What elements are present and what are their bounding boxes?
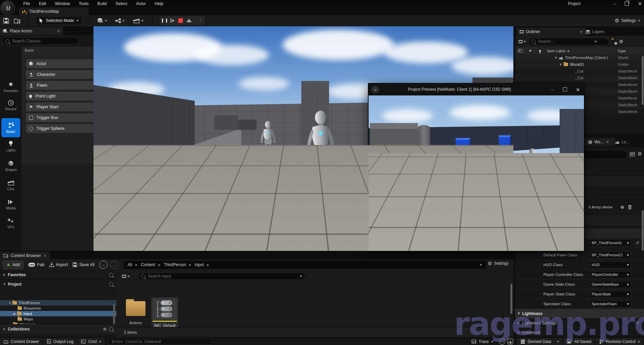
type-column[interactable]: Type [615, 47, 644, 54]
pin-column-icon[interactable] [539, 50, 541, 52]
fab-button[interactable]: FAB Fab [28, 262, 45, 267]
trash-icon[interactable] [628, 205, 632, 209]
tab-levels[interactable]: Le... [612, 138, 644, 146]
close-icon[interactable] [43, 253, 47, 258]
world-settings-scrollbar[interactable] [642, 210, 644, 251]
placeable-actor[interactable]: Actor [26, 59, 95, 68]
visibility-column-icon[interactable] [518, 49, 523, 53]
expand-icon[interactable] [9, 301, 11, 305]
reset-icon[interactable] [635, 320, 639, 326]
category-favorites[interactable]: Favorites [0, 80, 22, 93]
cmd-button[interactable]: Cmd [77, 338, 105, 345]
close-icon[interactable] [57, 29, 60, 33]
blueprints-button[interactable] [115, 18, 125, 23]
project-preview-window[interactable]: u Project Preview [NetMode: Client 1] (6… [368, 83, 585, 252]
placeable-player-start[interactable]: Player Start [26, 103, 95, 111]
tree-maps[interactable]: Maps [0, 316, 116, 322]
player-controller-dropdown[interactable]: PlayerController [589, 271, 631, 278]
editor-settings-button[interactable]: Settings [615, 16, 640, 25]
outliner-scrollbar[interactable] [642, 56, 644, 105]
frame-skip-icon[interactable] [170, 19, 175, 23]
category-recent[interactable]: Recent [0, 100, 22, 111]
breadcrumb-content[interactable]: Content [141, 262, 155, 267]
restore-icon[interactable] [625, 2, 629, 6]
search-classes-input[interactable] [11, 38, 67, 44]
placeable-trigger-sphere[interactable]: Trigger Sphere [26, 124, 95, 133]
add-collection-icon[interactable] [103, 326, 107, 332]
trace-button[interactable]: Trace [468, 338, 497, 345]
tab-outliner[interactable]: Outliner [516, 28, 586, 36]
world-settings-gear-icon[interactable] [638, 151, 642, 156]
menu-actor[interactable]: Actor [132, 0, 150, 7]
breadcrumb-input[interactable]: Input [195, 262, 204, 267]
cb-settings-button[interactable]: Settings [488, 261, 509, 266]
menu-edit[interactable]: Edit [34, 0, 51, 7]
selection-mode-dropdown[interactable]: Selection Mode [36, 16, 82, 25]
tree-blueprints[interactable]: Blueprints [0, 306, 116, 311]
player-state-dropdown[interactable]: PlayerState [589, 291, 631, 298]
outliner-row-mesh[interactable]: _Cube7 StaticMesh [515, 75, 644, 81]
menu-tools[interactable]: Tools [74, 0, 93, 7]
placeable-pawn[interactable]: Pawn [26, 81, 95, 90]
category-shapes[interactable]: Shapes [0, 161, 22, 172]
game-mode-dropdown[interactable]: BP_ThirdPersonG [589, 239, 631, 247]
save-icon[interactable] [3, 18, 9, 24]
placeable-point-light[interactable]: Point Light [26, 92, 95, 100]
tab-world-settings[interactable]: Wo... [585, 138, 615, 146]
content-browser-tab[interactable]: Content Browser [0, 252, 50, 259]
category-vfx[interactable]: VFX [0, 218, 22, 229]
outliner-search-input[interactable] [537, 39, 593, 44]
close-icon[interactable] [638, 1, 642, 7]
save-all-button[interactable]: Save All [73, 262, 95, 267]
forward-icon[interactable]: → [110, 261, 118, 269]
category-media[interactable]: Media [0, 199, 22, 210]
content-drawer-button[interactable]: Content Drawer [0, 338, 43, 345]
preview-viewport[interactable] [369, 95, 584, 251]
outliner-search[interactable] [528, 38, 609, 46]
collections-header[interactable]: Collections [0, 324, 116, 334]
game-state-dropdown[interactable]: GameStateBase [589, 281, 631, 288]
search-icon[interactable] [109, 273, 113, 277]
category-lights[interactable]: Lights [0, 140, 22, 152]
add-actor-button[interactable]: + [97, 18, 107, 24]
favorites-header[interactable]: Favorites [0, 270, 116, 279]
mannequin-distant[interactable] [257, 115, 279, 167]
expand-icon[interactable] [560, 63, 562, 66]
outliner-row-folder[interactable]: Block01 Folder [515, 61, 644, 68]
checkbox[interactable] [589, 190, 594, 196]
category-cine[interactable]: Cine [0, 180, 22, 191]
outliner-filter-button[interactable] [518, 39, 526, 44]
search-icon[interactable] [109, 327, 113, 331]
insights-pause-icon[interactable] [499, 338, 505, 345]
revision-control-button[interactable]: Revision Control [595, 338, 644, 345]
item-label-column[interactable]: Item Label [545, 49, 615, 53]
menu-file[interactable]: File [19, 0, 34, 7]
eject-icon[interactable] [186, 19, 192, 22]
spectator-dropdown[interactable]: SpectatorPawn [589, 300, 631, 308]
default-pawn-dropdown[interactable]: BP_ThirdPersonCl [589, 252, 631, 259]
close-icon[interactable] [576, 86, 580, 93]
minimize-icon[interactable] [551, 88, 554, 91]
tree-thirdperson[interactable]: ThirdPerson [0, 300, 116, 306]
reset-icon[interactable] [635, 240, 639, 246]
pause-icon[interactable] [162, 19, 167, 23]
new-folder-icon[interactable]: + [612, 39, 617, 44]
collapse-icon[interactable] [14, 312, 16, 315]
derived-data-button[interactable]: Derived Data [516, 338, 563, 345]
console-input[interactable] [108, 338, 212, 345]
minimize-icon[interactable] [613, 2, 616, 6]
hud-dropdown[interactable]: HUD [589, 261, 631, 268]
menu-window[interactable]: Window [51, 0, 74, 7]
all-saved-button[interactable]: All Saved [563, 338, 595, 345]
cinematics-button[interactable] [133, 18, 143, 24]
search-icon[interactable] [109, 282, 113, 286]
insights-snapshot-icon[interactable] [507, 339, 513, 344]
path-dropdown-icon[interactable] [480, 262, 482, 267]
outliner-row-mesh[interactable]: _Cube4 StaticMesh [515, 68, 644, 75]
category-basic-active[interactable]: Basic [1, 118, 20, 137]
close-icon[interactable] [606, 140, 609, 144]
breadcrumb-thirdperson[interactable]: ThirdPerson [164, 262, 186, 267]
output-log-button[interactable]: Output Log [43, 338, 77, 345]
import-button[interactable]: Import [49, 262, 68, 267]
stop-icon[interactable] [178, 18, 183, 23]
